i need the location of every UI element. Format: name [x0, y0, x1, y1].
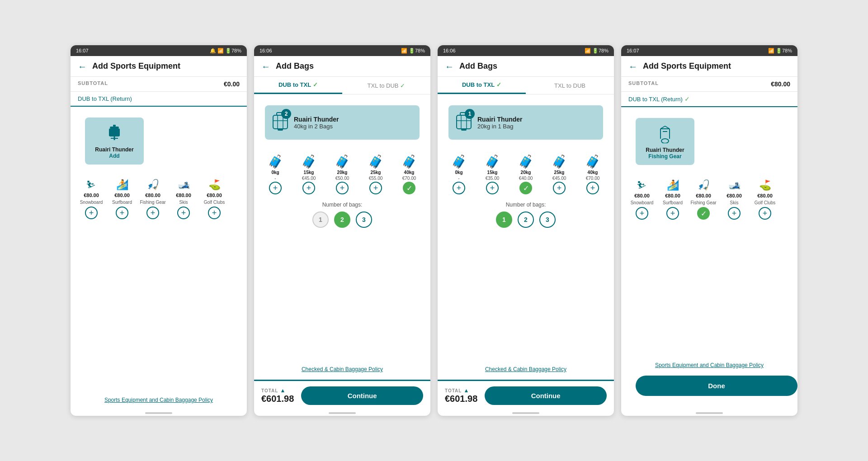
bag-price-15kg-3: €35.00: [486, 176, 500, 181]
sport-item-fishing-4: 🎣 €80.00 Fishing Gear ✓: [690, 179, 717, 220]
up-arrow-3: ▲: [463, 387, 469, 394]
route-tab-1[interactable]: DUB to TXL (Return): [71, 92, 247, 107]
back-button-2[interactable]: ←: [261, 62, 270, 71]
bag-weight-20kg-3: 20kg: [521, 170, 531, 175]
done-btn-4[interactable]: Done: [636, 376, 797, 396]
subtotal-bar-1: SUBTOTAL €0.00: [71, 77, 247, 92]
bag-opt-20kg-3: 🧳 20kg €40.00 ✓: [510, 154, 542, 194]
svg-rect-1: [109, 128, 120, 136]
back-button-3[interactable]: ←: [445, 62, 454, 71]
sport-item-skis-4: 🎿 €80.00 Skis +: [721, 179, 748, 220]
total-bar-3: TOTAL ▲ €601.98 Continue: [438, 380, 614, 410]
num-2-btn-2[interactable]: 2: [334, 212, 350, 228]
golf-add-btn-1[interactable]: +: [208, 207, 221, 219]
nav-bar-2: ← Add Bags: [254, 56, 430, 77]
status-time-1: 16:07: [76, 48, 89, 53]
continue-btn-2[interactable]: Continue: [301, 386, 423, 405]
bag-add-25kg-3[interactable]: +: [553, 182, 566, 194]
bag-selected-40kg-2[interactable]: ✓: [403, 182, 415, 194]
bag-icon-15kg-3: 🧳: [485, 154, 500, 169]
tab-dub-txl-check-2: ✓: [313, 81, 318, 88]
golf-add-btn-4[interactable]: +: [759, 207, 771, 220]
subtotal-value-1: €0.00: [224, 80, 240, 88]
fishing-add-btn-4[interactable]: ✓: [697, 207, 710, 220]
back-button-4[interactable]: ←: [628, 62, 637, 71]
bag-add-15kg-2[interactable]: +: [302, 182, 315, 194]
tab-txl-dub-3[interactable]: TXL to DUB: [526, 77, 614, 94]
policy-link-1[interactable]: Sports Equipment and Cabin Baggage Polic…: [71, 390, 247, 410]
bag-icon-40kg-3: 🧳: [585, 154, 601, 169]
route-tab-4[interactable]: DUB to TXL (Return) ✓: [621, 92, 797, 107]
num-1-btn-3[interactable]: 1: [496, 212, 512, 228]
policy-link-3[interactable]: Checked & Cabin Baggage Policy: [438, 359, 614, 380]
fishing-add-btn-1[interactable]: +: [146, 207, 159, 219]
bag-weight-0kg-2: 0kg: [271, 170, 279, 175]
snowboard-add-btn-4[interactable]: +: [636, 207, 648, 220]
tab-txl-dub-label-3: TXL to DUB: [554, 82, 585, 89]
num-bags-label-2: Number of bags:: [254, 198, 430, 210]
tab-txl-dub-2[interactable]: TXL to DUB ✓: [342, 77, 430, 94]
total-label-2: TOTAL: [261, 388, 278, 393]
continue-btn-3[interactable]: Continue: [485, 386, 607, 405]
bag-add-20kg-2[interactable]: +: [336, 182, 349, 194]
bag-passenger-area-3: 1 Ruairi Thunder 20kg in 1 Bag: [438, 94, 614, 151]
policy-link-4[interactable]: Sports Equipment and Cabin Baggage Polic…: [621, 355, 797, 376]
total-left-2: TOTAL ▲ €601.98: [261, 387, 294, 404]
bag-icon-15kg-2: 🧳: [301, 154, 317, 169]
screens-container: 16:07 🔔 📶 🔋78% ← Add Sports Equipment SU…: [57, 32, 811, 429]
route-tab-label-1: DUB to TXL (Return): [78, 95, 132, 102]
tab-dub-txl-3[interactable]: DUB to TXL ✓: [438, 77, 526, 94]
golf-icon-1: ⛳: [208, 179, 221, 191]
bag-passenger-name-3: Ruairi Thunder: [477, 116, 523, 123]
golf-name-1: Golf Clubs: [204, 200, 225, 205]
bag-passenger-weight-2: 40kg in 2 Bags: [294, 123, 339, 130]
bag-passenger-weight-3: 20kg in 1 Bag: [477, 123, 523, 130]
surfboard-add-btn-4[interactable]: +: [666, 207, 679, 220]
bag-opt-40kg-2: 🧳 40kg €70.00 ✓: [393, 154, 425, 194]
num-3-btn-2[interactable]: 3: [356, 212, 372, 228]
passenger-card-1: Ruairi Thunder Add: [85, 118, 144, 165]
passenger-action-1[interactable]: Add: [109, 153, 119, 159]
skis-add-btn-1[interactable]: +: [177, 207, 190, 219]
skis-icon-1: 🎿: [178, 179, 190, 191]
policy-link-2[interactable]: Checked & Cabin Baggage Policy: [254, 359, 430, 380]
surfboard-name-4: Surfboard: [663, 200, 683, 205]
tab-txl-dub-label-2: TXL to DUB: [368, 82, 399, 89]
bag-icon-25kg-3: 🧳: [552, 154, 567, 169]
bag-card-header-2: 2 Ruairi Thunder 40kg in 2 Bags: [272, 112, 339, 133]
route-tab-label-4: DUB to TXL (Return): [628, 96, 683, 103]
bag-add-40kg-3[interactable]: +: [586, 182, 599, 194]
bag-weight-0kg-3: 0kg: [455, 170, 462, 175]
back-button-1[interactable]: ←: [78, 62, 87, 71]
bag-price-25kg-3: €45.00: [552, 176, 566, 181]
bag-icon-20kg-3: 🧳: [518, 154, 534, 169]
bag-passenger-card-3: 1 Ruairi Thunder 20kg in 1 Bag: [448, 105, 603, 140]
bag-selected-20kg-3[interactable]: ✓: [519, 182, 532, 194]
bag-add-0kg-2[interactable]: +: [269, 182, 282, 194]
bag-opt-15kg-2: 🧳 15kg €45.00 +: [293, 154, 325, 194]
passenger-action-4[interactable]: Fishing Gear: [648, 153, 681, 160]
bag-opt-20kg-2: 🧳 20kg €50.00 +: [326, 154, 358, 194]
bag-passenger-card-2: 2 Ruairi Thunder 40kg in 2 Bags: [265, 105, 420, 140]
snowboard-icon-4: ⛷: [637, 179, 647, 191]
bag-add-25kg-2[interactable]: +: [369, 182, 382, 194]
surfboard-icon-4: 🏄: [667, 179, 679, 191]
subtotal-value-4: €80.00: [771, 80, 790, 88]
skis-name-4: Skis: [730, 200, 739, 205]
bag-add-0kg-3[interactable]: +: [453, 182, 465, 194]
num-1-btn-2[interactable]: 1: [312, 212, 329, 228]
bag-add-15kg-3[interactable]: +: [486, 182, 499, 194]
num-3-btn-3[interactable]: 3: [539, 212, 556, 228]
num-2-btn-3[interactable]: 2: [518, 212, 534, 228]
bag-opt-40kg-3: 🧳 40kg €70.00 +: [577, 154, 609, 194]
skis-price-4: €80.00: [726, 193, 742, 198]
tab-dub-txl-2[interactable]: DUB to TXL ✓: [254, 77, 342, 94]
num-selector-3: 1 2 3: [438, 210, 614, 233]
snowboard-add-btn-1[interactable]: +: [85, 207, 98, 219]
bag-price-40kg-3: €70.00: [586, 176, 600, 181]
fishing-icon-4: 🎣: [698, 179, 710, 191]
surfboard-add-btn-1[interactable]: +: [116, 207, 128, 219]
skis-add-btn-4[interactable]: +: [728, 207, 741, 220]
bag-badge-2: 2: [281, 109, 291, 119]
bag-price-15kg-2: €45.00: [302, 176, 316, 181]
